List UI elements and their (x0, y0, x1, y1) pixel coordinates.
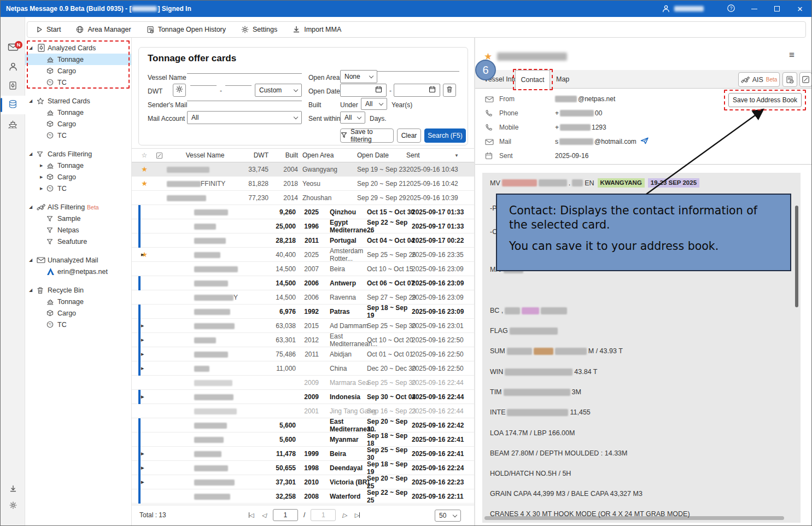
tree-expanded-icon[interactable]: ◢ (29, 204, 37, 209)
senders-mail-input[interactable] (187, 90, 302, 101)
dwt-min-input[interactable] (190, 75, 217, 86)
table-row[interactable]: 5,600East Mediterranea...Sep 20 ~ Sep 30… (132, 418, 474, 433)
close-button[interactable]: × (788, 1, 811, 17)
rail-vessels-button[interactable] (1, 115, 25, 134)
open-date-from-input[interactable] (340, 84, 387, 97)
table-row[interactable]: 2001Jing Tang GangSep 16 ~ Sep 232025-09… (132, 404, 474, 418)
column-header-dwt[interactable]: DWT (243, 151, 268, 159)
toolbar-item-settings[interactable]: Settings (241, 26, 277, 33)
vessel-name-input[interactable] (187, 63, 302, 74)
expand-arrow-icon[interactable]: ▶ (141, 466, 144, 470)
tree-section-header[interactable]: ◢AIS FilteringBeta (25, 201, 131, 213)
toolbar-item-area-manager[interactable]: Area Manager (76, 26, 131, 33)
expand-arrow-icon[interactable]: ▶ (141, 324, 144, 328)
expand-arrow-icon[interactable]: ▶ (141, 352, 144, 356)
tree-item-tc[interactable]: TCTC (25, 319, 131, 330)
table-row[interactable]: ▶63,3012012East Mediterranean...Oct 10 ~… (132, 333, 474, 347)
expand-arrow-icon[interactable]: ▶ (141, 366, 144, 371)
table-row[interactable]: 77,2302014ZhoushanSep 29 ~ Sep 292025-09… (132, 191, 474, 205)
dwt-max-input[interactable] (225, 75, 252, 86)
save-to-filtering-button[interactable]: Save to filtering (340, 128, 394, 143)
table-row[interactable]: ▶37,3012010Victoria (BR)Sep 20 ~ Sep 252… (132, 475, 474, 489)
edit-column-header[interactable] (151, 152, 167, 159)
open-date-to-input[interactable] (394, 84, 440, 97)
table-row[interactable]: ▶11,000ChinaDec 20 ~ Dec 302025-09-16 22… (132, 361, 474, 376)
tree-collapsed-icon[interactable]: ▶ (40, 175, 46, 179)
open-area-select[interactable]: None (340, 70, 377, 83)
tree-collapsed-icon[interactable]: ▶ (40, 186, 46, 191)
star-cell[interactable]: ★ (137, 250, 151, 259)
table-row[interactable]: 28,2182011PortugalOct 04 ~ Oct 042025-09… (132, 233, 474, 248)
tree-item-tc[interactable]: TCTC (25, 77, 131, 88)
expand-arrow-icon[interactable]: ▶ (141, 395, 144, 399)
search-button[interactable]: Search (F5) (424, 128, 466, 143)
tree-item-cargo[interactable]: Cargo (25, 307, 131, 319)
star-cell[interactable]: ★ (137, 179, 151, 188)
column-header-built[interactable]: Built (268, 151, 298, 159)
column-header-sent[interactable]: Sent▼ (406, 151, 466, 159)
send-mail-icon[interactable] (640, 137, 649, 146)
toolbar-item-import-mma[interactable]: Import MMA (293, 26, 341, 33)
tree-section-header[interactable]: ◢Starred Cards (25, 95, 131, 107)
table-row[interactable]: 32,2582008WaterfordSep 22 ~ Sep 252025-0… (132, 489, 474, 504)
next-page-button[interactable]: ▷ (341, 511, 348, 520)
clear-button[interactable]: Clear (397, 128, 421, 143)
tree-item-cargo[interactable]: ▶Cargo (25, 171, 131, 183)
prev-page-button[interactable]: ◁ (260, 511, 267, 520)
help-button[interactable]: ? (720, 1, 743, 17)
expand-arrow-icon[interactable]: ▶ (141, 253, 144, 257)
rail-cards-database-button[interactable] (1, 96, 25, 114)
table-row[interactable]: 14,5002006AntwerpOct 06 ~ Oct 072025-09-… (132, 276, 474, 290)
tree-expanded-icon[interactable]: ◢ (29, 288, 37, 293)
tree-item-tonnage[interactable]: Tonnage (25, 107, 131, 118)
tree-item-erin-netpas-net[interactable]: erin@netpas.net (25, 266, 131, 277)
table-row[interactable]: 6,9761992PatrasSep 18 ~ Sep 192025-09-16… (132, 305, 474, 319)
table-row[interactable]: 14,5002007BeiraOct 10 ~ Oct 152025-09-16… (132, 262, 474, 276)
rail-download-button[interactable] (1, 481, 25, 499)
tree-collapsed-icon[interactable]: ▶ (40, 163, 46, 168)
maximize-button[interactable] (766, 1, 788, 17)
built-select[interactable]: All (361, 98, 387, 110)
rail-settings-button[interactable] (1, 497, 25, 516)
vertical-scrollbar[interactable] (795, 206, 798, 307)
signed-in-user[interactable] (662, 4, 704, 13)
hamburger-menu-icon[interactable]: ≡ (789, 50, 795, 61)
tree-item-tonnage[interactable]: ▶Tonnage (25, 160, 131, 171)
column-header-open-area[interactable]: Open Area (298, 151, 357, 159)
tree-expanded-icon[interactable]: ◢ (29, 258, 37, 262)
tree-item-sample[interactable]: Sample (25, 213, 131, 224)
rail-contacts-button[interactable] (1, 59, 25, 77)
ais-beta-button[interactable]: AISBeta (738, 72, 780, 87)
star-column-header[interactable]: ☆ (137, 151, 151, 159)
tree-item-netpas[interactable]: Netpas (25, 224, 131, 236)
compose-button[interactable] (799, 72, 812, 87)
dwt-settings-button[interactable] (173, 84, 186, 97)
sent-within-select[interactable]: All (340, 112, 365, 124)
table-row[interactable]: ▶★40,4002025Amsterdam Rotter...Sep 25 ~ … (132, 248, 474, 262)
tree-expanded-icon[interactable]: ◢ (29, 151, 37, 156)
table-row[interactable]: 2009Marmara SeaSep 25 ~ Sep 302025-09-16… (132, 376, 474, 390)
tree-item-cargo[interactable]: Cargo (25, 118, 131, 130)
expand-arrow-icon[interactable]: ▶ (141, 452, 144, 456)
tree-item-tc[interactable]: ▶TCTC (25, 183, 131, 194)
expand-arrow-icon[interactable]: ▶ (141, 480, 144, 484)
mail-account-select[interactable]: All (187, 111, 302, 124)
page-size-select[interactable]: 50 (435, 510, 461, 522)
table-row[interactable]: ★FFINITY81,8282018YeosuSep 20 ~ Sep 2120… (132, 177, 474, 191)
table-row[interactable]: 25,0001996Egypt Mediterrane...Sep 22 ~ S… (132, 219, 474, 233)
tree-section-header[interactable]: ◢Unanalyzed Mail (25, 254, 131, 266)
rail-analyzed-cards-button[interactable] (1, 77, 25, 96)
table-row[interactable]: ▶2009IndonesiaSep 30 ~ Oct 042025-09-16 … (132, 390, 474, 404)
star-cell[interactable]: ★ (137, 165, 151, 173)
table-row[interactable]: ▶50,6551998DeendayalSep 18 ~ Sep 192025-… (132, 461, 474, 475)
tree-item-tc[interactable]: TCTC (25, 130, 131, 141)
toolbar-item-tonnage-open-history[interactable]: Tonnage Open History (147, 26, 226, 33)
tree-item-tonnage[interactable]: Tonnage (25, 296, 131, 307)
table-row[interactable]: 9,2602025QinzhouOct 15 ~ Oct 302025-09-1… (132, 205, 474, 219)
table-row[interactable]: ▶11,4781999BeiraSep 25 ~ Sep 302025-09-1… (132, 447, 474, 461)
tab-map[interactable]: Map (556, 70, 569, 89)
first-page-button[interactable]: ◁ (248, 511, 255, 520)
minimize-button[interactable] (743, 1, 766, 17)
card-history-button[interactable] (782, 72, 797, 87)
tree-section-header[interactable]: ◢Analyzed Cards (25, 42, 131, 54)
